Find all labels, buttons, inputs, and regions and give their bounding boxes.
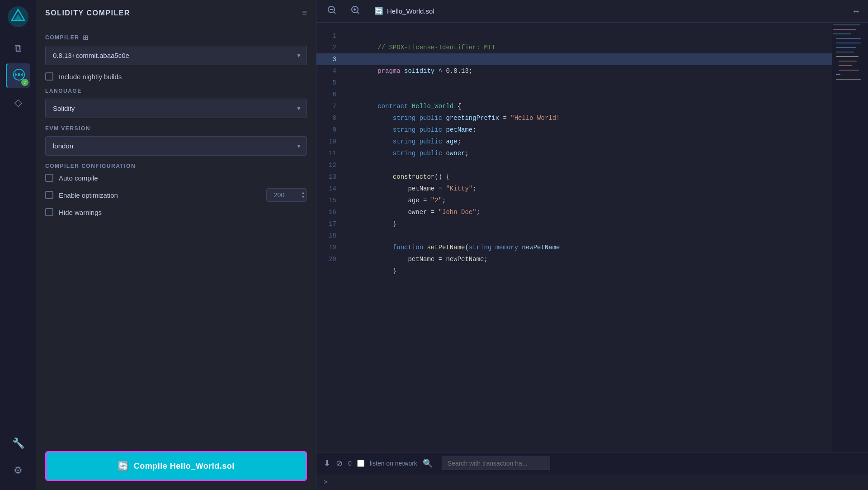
auto-compile-label[interactable]: Auto compile: [59, 174, 98, 182]
sidebar-item-settings[interactable]: ⚙: [6, 458, 30, 483]
line-numbers: 1 2 3 4 5 6 7 8 9 10 11 12 13 14 15 16 1…: [316, 23, 344, 452]
expand-icon[interactable]: ↔: [852, 6, 861, 16]
hide-warnings-checkbox[interactable]: [45, 208, 53, 216]
compiler-version-wrapper: 0.8.13+commit.abaa5c0e ▼: [45, 46, 307, 65]
collapse-icon[interactable]: ⬇: [324, 458, 330, 468]
optimization-row: Enable optimization ▲ ▼: [45, 188, 307, 202]
code-line-12: constructor() {: [344, 159, 832, 171]
compiler-section-label: COMPILER ⊞: [45, 34, 307, 41]
add-compiler-icon[interactable]: ⊞: [83, 34, 89, 41]
config-section-label: COMPILER CONFIGURATION: [45, 163, 307, 169]
svg-rect-15: [836, 38, 861, 39]
plugin-icon: 🔧: [12, 438, 24, 449]
sidebar-item-files[interactable]: ⧉: [6, 36, 30, 61]
editor-toolbar: 🔄 Hello_World.sol ↔: [316, 0, 868, 23]
svg-rect-22: [839, 70, 859, 71]
svg-rect-13: [833, 29, 856, 30]
listen-network-label: listen on network: [370, 460, 417, 467]
nightly-builds-label[interactable]: Include nightly builds: [59, 73, 122, 81]
compiler-panel: SOLIDITY COMPILER ≡ COMPILER ⊞ 0.8.13+co…: [36, 0, 316, 490]
svg-rect-20: [839, 61, 857, 62]
svg-line-11: [357, 12, 359, 14]
code-editor: 1 2 3 4 5 6 7 8 9 10 11 12 13 14 15 16 1…: [316, 23, 868, 452]
transaction-search-input[interactable]: [442, 457, 550, 470]
settings-icon: ⚙: [14, 465, 23, 476]
enable-optimization-checkbox[interactable]: [45, 191, 53, 199]
compile-button[interactable]: 🔄 Compile Hello_World.sol: [45, 451, 307, 481]
svg-rect-18: [836, 52, 854, 52]
code-line-18: function setPetName(string memory newPet…: [344, 230, 832, 242]
svg-rect-21: [839, 65, 852, 66]
transaction-count: 0: [348, 460, 352, 467]
auto-compile-row: Auto compile: [45, 174, 307, 182]
panel-header: SOLIDITY COMPILER ≡: [36, 0, 316, 22]
code-line-3: pragma solidity ^ 0.8.13;: [344, 53, 832, 65]
sidebar-item-compiler[interactable]: ✓: [6, 63, 30, 88]
language-wrapper: Solidity Yul ▼: [45, 99, 307, 118]
code-lines: // SPDX-License-Identifier: MIT pragma s…: [344, 23, 832, 452]
compile-button-icon: 🔄: [118, 461, 129, 471]
hide-warnings-label[interactable]: Hide warnings: [59, 209, 102, 216]
evm-version-wrapper: london berlin istanbul ▼: [45, 136, 307, 156]
code-line-6: contract Hello_World {: [344, 89, 832, 100]
files-icon: ⧉: [14, 43, 22, 54]
listen-network-checkbox[interactable]: [357, 460, 364, 467]
evm-section-label: EVM VERSION: [45, 125, 307, 132]
zoom-in-button[interactable]: [347, 4, 363, 19]
deploy-icon: ◇: [14, 97, 22, 109]
evm-version-select[interactable]: london berlin istanbul: [45, 136, 307, 156]
zoom-out-button[interactable]: [324, 4, 340, 19]
svg-line-7: [334, 12, 335, 14]
bottom-bar: ⬇ ⊘ 0 listen on network 🔍: [316, 452, 868, 474]
svg-rect-14: [833, 33, 851, 34]
panel-menu-icon[interactable]: ≡: [302, 8, 307, 18]
svg-rect-17: [836, 47, 856, 48]
editor-filename: 🔄 Hello_World.sol: [374, 7, 434, 15]
hide-warnings-row: Hide warnings: [45, 208, 307, 216]
compiler-version-select[interactable]: 0.8.13+commit.abaa5c0e: [45, 46, 307, 65]
enable-optimization-label[interactable]: Enable optimization: [59, 191, 118, 199]
logo-icon: [6, 5, 30, 29]
editor-area: 🔄 Hello_World.sol ↔ 1 2 3 4 5 6 7 8 9 10…: [316, 0, 868, 490]
compile-button-label: Compile Hello_World.sol: [134, 461, 235, 471]
code-line-1: // SPDX-License-Identifier: MIT: [344, 30, 832, 42]
svg-rect-19: [836, 56, 859, 57]
svg-rect-24: [836, 79, 861, 80]
terminal-row: >: [316, 474, 868, 490]
svg-rect-12: [833, 24, 860, 25]
language-select[interactable]: Solidity Yul: [45, 99, 307, 118]
svg-point-4: [18, 73, 20, 76]
compiler-badge: ✓: [21, 79, 28, 86]
nightly-builds-row: Include nightly builds: [45, 72, 307, 81]
stop-icon[interactable]: ⊘: [336, 458, 343, 468]
optimization-value-wrapper: ▲ ▼: [266, 188, 307, 202]
auto-compile-checkbox[interactable]: [45, 174, 53, 182]
code-line-17: [344, 218, 832, 230]
panel-content: COMPILER ⊞ 0.8.13+commit.abaa5c0e ▼ Incl…: [36, 22, 316, 442]
minimap: [832, 23, 868, 452]
sidebar-item-deploy[interactable]: ◇: [6, 90, 30, 115]
panel-title: SOLIDITY COMPILER: [45, 9, 130, 17]
svg-rect-23: [836, 74, 840, 75]
sidebar-item-plugin[interactable]: 🔧: [6, 431, 30, 456]
svg-rect-16: [836, 43, 861, 43]
nightly-builds-checkbox[interactable]: [45, 72, 53, 81]
search-icon[interactable]: 🔍: [423, 458, 433, 468]
sync-icon: 🔄: [374, 7, 383, 15]
language-section-label: LANGUAGE: [45, 88, 307, 94]
optimization-spinner[interactable]: ▲ ▼: [301, 191, 305, 199]
terminal-prompt: >: [324, 479, 327, 486]
sidebar: ⧉ ✓ ◇ 🔧 ⚙: [0, 0, 36, 490]
code-line-5: [344, 77, 832, 89]
